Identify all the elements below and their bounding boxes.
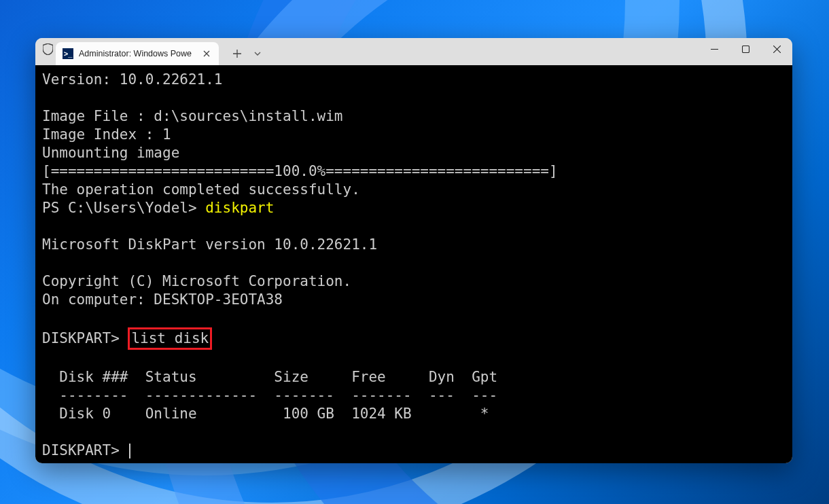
output-progress: [==========================100.0%=======… (42, 163, 558, 179)
cmd-listdisk-highlighted: list disk (128, 327, 212, 350)
prompt-diskpart: DISKPART> (42, 442, 128, 458)
tab-close-button[interactable] (200, 47, 213, 60)
new-tab-button[interactable] (227, 43, 247, 64)
output-computer: On computer: DESKTOP-3EOTA38 (42, 291, 283, 308)
output-copyright: Copyright (C) Microsoft Corporation. (42, 273, 351, 289)
admin-shield-icon (35, 38, 54, 65)
table-header: Disk ### Status Size Free Dyn Gpt (42, 369, 497, 385)
terminal-content[interactable]: Version: 10.0.22621.1 Image File : d:\so… (35, 65, 792, 463)
tab-powershell[interactable]: >_ Administrator: Windows Powe (56, 42, 219, 65)
minimize-button[interactable] (699, 38, 730, 60)
cursor (129, 444, 130, 458)
output-version: Version: 10.0.22621.1 (42, 71, 223, 88)
close-button[interactable] (761, 38, 792, 60)
output-imageindex: Image Index : 1 (42, 126, 171, 143)
cmd-diskpart: diskpart (205, 200, 274, 216)
prompt-diskpart: DISKPART> (42, 330, 128, 346)
titlebar[interactable]: >_ Administrator: Windows Powe (35, 38, 792, 65)
terminal-window: >_ Administrator: Windows Powe Version: (35, 38, 792, 463)
prompt-ps: PS C:\Users\Yodel> (42, 200, 205, 216)
tab-title: Administrator: Windows Powe (79, 49, 200, 58)
output-success: The operation completed successfully. (42, 181, 360, 198)
output-imagefile: Image File : d:\sources\install.wim (42, 108, 343, 124)
powershell-icon: >_ (63, 48, 73, 59)
window-controls (699, 38, 792, 60)
output-unmount: Unmounting image (42, 145, 179, 161)
tab-dropdown-button[interactable] (247, 43, 268, 64)
table-row: Disk 0 Online 100 GB 1024 KB * (42, 406, 489, 422)
maximize-button[interactable] (730, 38, 761, 60)
table-divider: -------- ------------- ------- ------- -… (42, 387, 497, 403)
svg-rect-0 (742, 46, 749, 52)
output-dpversion: Microsoft DiskPart version 10.0.22621.1 (42, 236, 377, 253)
